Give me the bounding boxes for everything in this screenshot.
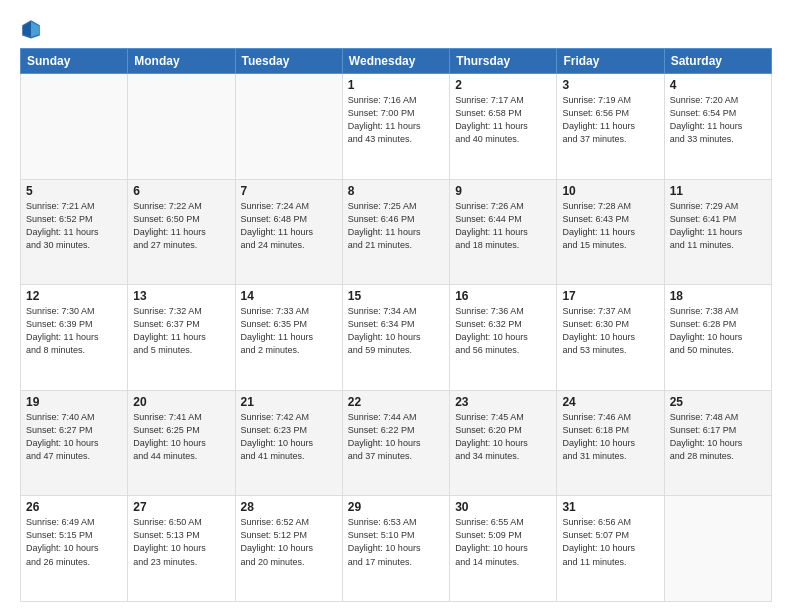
day-info: Sunrise: 7:33 AM Sunset: 6:35 PM Dayligh… <box>241 305 337 357</box>
calendar-header-saturday: Saturday <box>664 49 771 74</box>
calendar-week-row: 19Sunrise: 7:40 AM Sunset: 6:27 PM Dayli… <box>21 390 772 496</box>
calendar-day: 5Sunrise: 7:21 AM Sunset: 6:52 PM Daylig… <box>21 179 128 285</box>
calendar-day: 19Sunrise: 7:40 AM Sunset: 6:27 PM Dayli… <box>21 390 128 496</box>
calendar-day: 4Sunrise: 7:20 AM Sunset: 6:54 PM Daylig… <box>664 74 771 180</box>
day-number: 1 <box>348 78 444 92</box>
calendar-day: 24Sunrise: 7:46 AM Sunset: 6:18 PM Dayli… <box>557 390 664 496</box>
day-number: 7 <box>241 184 337 198</box>
day-number: 6 <box>133 184 229 198</box>
day-info: Sunrise: 7:44 AM Sunset: 6:22 PM Dayligh… <box>348 411 444 463</box>
day-info: Sunrise: 6:55 AM Sunset: 5:09 PM Dayligh… <box>455 516 551 568</box>
day-info: Sunrise: 7:19 AM Sunset: 6:56 PM Dayligh… <box>562 94 658 146</box>
calendar-table: SundayMondayTuesdayWednesdayThursdayFrid… <box>20 48 772 602</box>
calendar-week-row: 1Sunrise: 7:16 AM Sunset: 7:00 PM Daylig… <box>21 74 772 180</box>
day-info: Sunrise: 7:22 AM Sunset: 6:50 PM Dayligh… <box>133 200 229 252</box>
calendar-day: 23Sunrise: 7:45 AM Sunset: 6:20 PM Dayli… <box>450 390 557 496</box>
day-number: 30 <box>455 500 551 514</box>
day-number: 22 <box>348 395 444 409</box>
calendar-day: 27Sunrise: 6:50 AM Sunset: 5:13 PM Dayli… <box>128 496 235 602</box>
calendar-header-thursday: Thursday <box>450 49 557 74</box>
calendar-day <box>235 74 342 180</box>
calendar-header-friday: Friday <box>557 49 664 74</box>
day-number: 15 <box>348 289 444 303</box>
calendar-day: 1Sunrise: 7:16 AM Sunset: 7:00 PM Daylig… <box>342 74 449 180</box>
calendar-week-row: 5Sunrise: 7:21 AM Sunset: 6:52 PM Daylig… <box>21 179 772 285</box>
day-info: Sunrise: 7:24 AM Sunset: 6:48 PM Dayligh… <box>241 200 337 252</box>
calendar-day: 8Sunrise: 7:25 AM Sunset: 6:46 PM Daylig… <box>342 179 449 285</box>
day-number: 27 <box>133 500 229 514</box>
day-number: 20 <box>133 395 229 409</box>
day-number: 8 <box>348 184 444 198</box>
calendar-day: 17Sunrise: 7:37 AM Sunset: 6:30 PM Dayli… <box>557 285 664 391</box>
day-number: 18 <box>670 289 766 303</box>
calendar-day: 15Sunrise: 7:34 AM Sunset: 6:34 PM Dayli… <box>342 285 449 391</box>
day-number: 23 <box>455 395 551 409</box>
calendar-day: 25Sunrise: 7:48 AM Sunset: 6:17 PM Dayli… <box>664 390 771 496</box>
day-number: 12 <box>26 289 122 303</box>
calendar-day: 30Sunrise: 6:55 AM Sunset: 5:09 PM Dayli… <box>450 496 557 602</box>
logo-icon <box>20 18 42 40</box>
day-number: 29 <box>348 500 444 514</box>
calendar-day: 20Sunrise: 7:41 AM Sunset: 6:25 PM Dayli… <box>128 390 235 496</box>
logo <box>20 18 46 40</box>
day-info: Sunrise: 7:48 AM Sunset: 6:17 PM Dayligh… <box>670 411 766 463</box>
day-info: Sunrise: 6:56 AM Sunset: 5:07 PM Dayligh… <box>562 516 658 568</box>
calendar-day: 31Sunrise: 6:56 AM Sunset: 5:07 PM Dayli… <box>557 496 664 602</box>
calendar-header-wednesday: Wednesday <box>342 49 449 74</box>
calendar-day: 10Sunrise: 7:28 AM Sunset: 6:43 PM Dayli… <box>557 179 664 285</box>
calendar-day: 11Sunrise: 7:29 AM Sunset: 6:41 PM Dayli… <box>664 179 771 285</box>
day-number: 24 <box>562 395 658 409</box>
calendar-header-tuesday: Tuesday <box>235 49 342 74</box>
day-number: 19 <box>26 395 122 409</box>
day-info: Sunrise: 7:28 AM Sunset: 6:43 PM Dayligh… <box>562 200 658 252</box>
calendar-day: 3Sunrise: 7:19 AM Sunset: 6:56 PM Daylig… <box>557 74 664 180</box>
calendar-day: 28Sunrise: 6:52 AM Sunset: 5:12 PM Dayli… <box>235 496 342 602</box>
day-info: Sunrise: 7:40 AM Sunset: 6:27 PM Dayligh… <box>26 411 122 463</box>
day-info: Sunrise: 7:42 AM Sunset: 6:23 PM Dayligh… <box>241 411 337 463</box>
day-number: 13 <box>133 289 229 303</box>
day-info: Sunrise: 7:32 AM Sunset: 6:37 PM Dayligh… <box>133 305 229 357</box>
day-number: 31 <box>562 500 658 514</box>
calendar-week-row: 26Sunrise: 6:49 AM Sunset: 5:15 PM Dayli… <box>21 496 772 602</box>
calendar-day: 21Sunrise: 7:42 AM Sunset: 6:23 PM Dayli… <box>235 390 342 496</box>
calendar-day: 13Sunrise: 7:32 AM Sunset: 6:37 PM Dayli… <box>128 285 235 391</box>
calendar-day <box>128 74 235 180</box>
calendar-day <box>664 496 771 602</box>
day-info: Sunrise: 7:20 AM Sunset: 6:54 PM Dayligh… <box>670 94 766 146</box>
day-info: Sunrise: 7:26 AM Sunset: 6:44 PM Dayligh… <box>455 200 551 252</box>
page: SundayMondayTuesdayWednesdayThursdayFrid… <box>0 0 792 612</box>
day-info: Sunrise: 7:17 AM Sunset: 6:58 PM Dayligh… <box>455 94 551 146</box>
day-number: 4 <box>670 78 766 92</box>
day-number: 28 <box>241 500 337 514</box>
calendar-day: 14Sunrise: 7:33 AM Sunset: 6:35 PM Dayli… <box>235 285 342 391</box>
day-info: Sunrise: 6:49 AM Sunset: 5:15 PM Dayligh… <box>26 516 122 568</box>
day-info: Sunrise: 7:16 AM Sunset: 7:00 PM Dayligh… <box>348 94 444 146</box>
day-number: 25 <box>670 395 766 409</box>
day-number: 17 <box>562 289 658 303</box>
calendar-day: 7Sunrise: 7:24 AM Sunset: 6:48 PM Daylig… <box>235 179 342 285</box>
calendar-day: 29Sunrise: 6:53 AM Sunset: 5:10 PM Dayli… <box>342 496 449 602</box>
day-info: Sunrise: 7:30 AM Sunset: 6:39 PM Dayligh… <box>26 305 122 357</box>
day-info: Sunrise: 7:29 AM Sunset: 6:41 PM Dayligh… <box>670 200 766 252</box>
calendar-day: 2Sunrise: 7:17 AM Sunset: 6:58 PM Daylig… <box>450 74 557 180</box>
day-info: Sunrise: 7:46 AM Sunset: 6:18 PM Dayligh… <box>562 411 658 463</box>
calendar-day: 6Sunrise: 7:22 AM Sunset: 6:50 PM Daylig… <box>128 179 235 285</box>
calendar-day <box>21 74 128 180</box>
day-info: Sunrise: 7:36 AM Sunset: 6:32 PM Dayligh… <box>455 305 551 357</box>
day-number: 5 <box>26 184 122 198</box>
calendar-week-row: 12Sunrise: 7:30 AM Sunset: 6:39 PM Dayli… <box>21 285 772 391</box>
day-info: Sunrise: 6:50 AM Sunset: 5:13 PM Dayligh… <box>133 516 229 568</box>
day-number: 10 <box>562 184 658 198</box>
day-number: 9 <box>455 184 551 198</box>
day-number: 2 <box>455 78 551 92</box>
day-number: 3 <box>562 78 658 92</box>
day-info: Sunrise: 7:37 AM Sunset: 6:30 PM Dayligh… <box>562 305 658 357</box>
day-info: Sunrise: 6:52 AM Sunset: 5:12 PM Dayligh… <box>241 516 337 568</box>
day-info: Sunrise: 7:38 AM Sunset: 6:28 PM Dayligh… <box>670 305 766 357</box>
day-info: Sunrise: 7:34 AM Sunset: 6:34 PM Dayligh… <box>348 305 444 357</box>
calendar-day: 16Sunrise: 7:36 AM Sunset: 6:32 PM Dayli… <box>450 285 557 391</box>
calendar-day: 9Sunrise: 7:26 AM Sunset: 6:44 PM Daylig… <box>450 179 557 285</box>
day-info: Sunrise: 6:53 AM Sunset: 5:10 PM Dayligh… <box>348 516 444 568</box>
calendar-day: 18Sunrise: 7:38 AM Sunset: 6:28 PM Dayli… <box>664 285 771 391</box>
header <box>20 18 772 40</box>
